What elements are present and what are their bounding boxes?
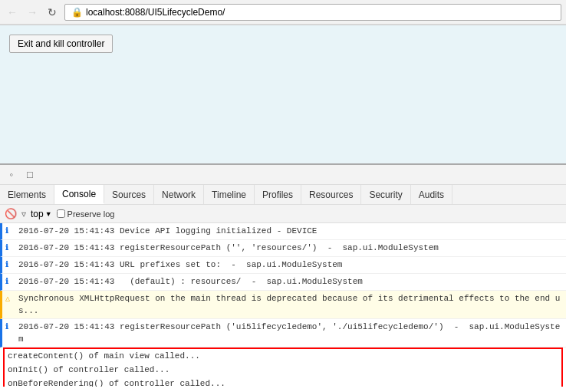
devtools-icon-bar: ◦ □ [0, 165, 566, 185]
tab-resources[interactable]: Resources [301, 185, 361, 204]
console-msg-text-0: 2016-07-20 15:41:43 Device API logging i… [18, 225, 563, 237]
highlighted-msg-2: onBeforeRendering() of controller called… [5, 377, 561, 387]
console-msg-1: ℹ 2016-07-20 15:41:43 registerResourcePa… [0, 240, 566, 257]
tab-audits[interactable]: Audits [411, 185, 452, 204]
page-content-area: Exit and kill controller [0, 25, 566, 163]
tab-elements[interactable]: Elements [0, 185, 54, 204]
devtools-tabs: Elements Console Sources Network Timelin… [0, 185, 566, 205]
url-text: localhost:8088/UI5LifecycleDemo/ [86, 7, 225, 18]
reload-button[interactable]: ↻ [44, 5, 60, 20]
lock-icon: 🔒 [71, 7, 83, 18]
clear-console-icon[interactable]: 🚫 [5, 208, 17, 219]
console-messages-area: ℹ 2016-07-20 15:41:43 Device API logging… [0, 223, 566, 387]
info-icon-0: ℹ [5, 226, 16, 238]
back-button[interactable]: ← [5, 5, 20, 20]
console-msg-3: ℹ 2016-07-20 15:41:43 (default) : resour… [0, 274, 566, 291]
inspect-element-icon[interactable]: ◦ [5, 168, 18, 182]
console-msg-text-1: 2016-07-20 15:41:43 registerResourcePath… [18, 242, 563, 254]
highlighted-output-block: createContent() of main view called... o… [3, 348, 563, 387]
console-msg-text-3: 2016-07-20 15:41:43 (default) : resource… [18, 275, 563, 288]
console-msg-text-4: Synchronous XMLHttpRequest on the main t… [18, 292, 563, 317]
info-icon-1: ℹ [5, 242, 16, 255]
tab-timeline[interactable]: Timeline [204, 185, 255, 204]
dropdown-arrow-icon: ▼ [45, 210, 52, 218]
tab-network[interactable]: Network [154, 185, 204, 204]
filter-level-label: top [31, 209, 44, 219]
tab-profiles[interactable]: Profiles [255, 185, 301, 204]
preserve-log-label[interactable]: Preserve log [57, 209, 115, 219]
address-bar[interactable]: 🔒 localhost:8088/UI5LifecycleDemo/ [64, 4, 561, 21]
info-icon-2: ℹ [5, 259, 16, 272]
highlighted-msg-0: createContent() of main view called... [5, 349, 561, 363]
console-msg-text-5: 2016-07-20 15:41:43 registerResourcePath… [18, 321, 563, 345]
warning-icon-4: △ [5, 293, 16, 305]
console-msg-2: ℹ 2016-07-20 15:41:43 URL prefixes set t… [0, 257, 566, 274]
tab-sources[interactable]: Sources [104, 185, 154, 204]
console-msg-text-2: 2016-07-20 15:41:43 URL prefixes set to:… [18, 259, 563, 271]
level-dropdown[interactable]: top ▼ [31, 209, 52, 219]
tab-security[interactable]: Security [361, 185, 410, 204]
filter-icon[interactable]: ▿ [21, 209, 26, 219]
info-icon-5: ℹ [5, 321, 16, 334]
browser-nav-bar: ← → ↻ 🔒 localhost:8088/UI5LifecycleDemo/ [0, 0, 566, 25]
info-icon-3: ℹ [5, 276, 16, 288]
preserve-log-text: Preserve log [67, 209, 115, 219]
devtools-panel: ◦ □ Elements Console Sources Network Tim… [0, 163, 566, 387]
console-filter-bar: 🚫 ▿ top ▼ Preserve log [0, 205, 566, 223]
console-msg-4: △ Synchronous XMLHttpRequest on the main… [0, 291, 566, 319]
console-msg-0: ℹ 2016-07-20 15:41:43 Device API logging… [0, 223, 566, 240]
console-msg-5: ℹ 2016-07-20 15:41:43 registerResourcePa… [0, 319, 566, 348]
tab-console[interactable]: Console [54, 185, 104, 204]
exit-kill-button[interactable]: Exit and kill controller [9, 35, 113, 53]
forward-button[interactable]: → [25, 5, 40, 20]
highlighted-msg-1: onInit() of controller called... [5, 363, 561, 377]
preserve-log-checkbox[interactable] [57, 209, 65, 218]
device-mode-icon[interactable]: □ [23, 168, 37, 182]
